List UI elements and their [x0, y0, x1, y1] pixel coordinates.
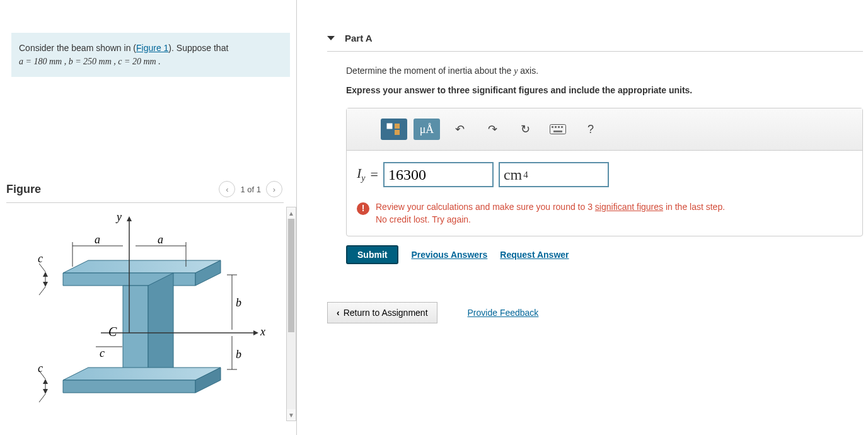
- svg-marker-35: [43, 389, 48, 394]
- figure-prev-button[interactable]: ‹: [219, 181, 235, 197]
- svg-rect-48: [561, 126, 563, 128]
- redo-icon[interactable]: ↷: [479, 119, 506, 140]
- svg-rect-49: [553, 130, 562, 132]
- svg-marker-34: [43, 379, 48, 384]
- instruction-text: Express your answer to three significant…: [346, 85, 863, 95]
- svg-text:a: a: [95, 233, 100, 246]
- alert-icon: !: [357, 202, 369, 215]
- figure-scrollbar[interactable]: ▲ ▼: [286, 207, 296, 421]
- svg-text:c: c: [38, 252, 43, 265]
- svg-rect-42: [395, 124, 400, 129]
- undo-icon[interactable]: ↶: [446, 119, 473, 140]
- answer-row: Iy = cm4: [347, 151, 862, 199]
- svg-text:c: c: [38, 362, 43, 374]
- svg-marker-4: [148, 273, 173, 380]
- keyboard-icon[interactable]: [545, 119, 571, 140]
- template-icon[interactable]: [381, 119, 407, 140]
- svg-text:x: x: [260, 325, 265, 338]
- svg-text:b: b: [236, 348, 241, 361]
- figure-area: a a y x C b b c: [6, 207, 296, 421]
- reset-icon[interactable]: ↻: [512, 119, 538, 140]
- value-input[interactable]: [383, 162, 494, 187]
- svg-marker-11: [253, 330, 258, 335]
- previous-answers-link[interactable]: Previous Answers: [411, 250, 487, 260]
- provide-feedback-link[interactable]: Provide Feedback: [468, 308, 539, 318]
- part-title: Part A: [345, 33, 373, 44]
- figure-pager: ‹ 1 of 1 ›: [219, 181, 282, 197]
- chevron-left-icon: ‹: [337, 308, 340, 318]
- svg-marker-28: [43, 272, 48, 277]
- problem-statement: Consider the beam shown in (Figure 1). S…: [11, 33, 290, 77]
- figure-link[interactable]: Figure 1: [136, 43, 168, 53]
- unit-input[interactable]: cm4: [499, 162, 609, 187]
- units-icon[interactable]: μÅ: [414, 119, 440, 140]
- bottom-row: ‹ Return to Assignment Provide Feedback: [327, 302, 863, 323]
- answer-symbol: Iy: [357, 165, 366, 183]
- help-icon[interactable]: ?: [577, 119, 604, 140]
- svg-text:C: C: [108, 325, 117, 339]
- svg-marker-6: [63, 380, 195, 393]
- svg-rect-43: [395, 130, 400, 135]
- right-panel: Part A Determine the moment of inertia a…: [297, 0, 868, 435]
- submit-row: Submit Previous Answers Request Answer: [346, 245, 863, 264]
- svg-marker-9: [127, 216, 132, 221]
- scroll-down-icon[interactable]: ▼: [287, 409, 296, 420]
- left-panel: Consider the beam shown in (Figure 1). S…: [0, 0, 297, 435]
- question-text: Determine the moment of inertia about th…: [346, 66, 863, 76]
- problem-text: Consider the beam shown in (: [19, 43, 136, 53]
- ibeam-figure: a a y x C b b c: [6, 207, 284, 421]
- return-button[interactable]: ‹ Return to Assignment: [327, 302, 437, 323]
- figure-title: Figure: [6, 183, 41, 196]
- svg-marker-29: [43, 282, 48, 287]
- svg-marker-0: [63, 260, 221, 273]
- divider: [6, 202, 284, 203]
- svg-rect-41: [387, 124, 392, 129]
- scroll-up-icon[interactable]: ▲: [287, 207, 296, 219]
- answer-toolbar: μÅ ↶ ↷ ↻ ?: [347, 108, 862, 151]
- svg-text:b: b: [236, 296, 241, 309]
- figure-header: Figure ‹ 1 of 1 ›: [6, 181, 282, 197]
- problem-params: a = 180 mm , b = 250 mm , c = 20 mm .: [19, 57, 161, 66]
- svg-rect-46: [555, 126, 557, 128]
- figure-next-button[interactable]: ›: [266, 181, 282, 197]
- scroll-thumb[interactable]: [288, 219, 294, 332]
- feedback-text: Review your calculations and make sure y…: [376, 201, 725, 226]
- svg-text:y: y: [115, 211, 122, 223]
- problem-tail: ). Suppose that: [168, 43, 228, 53]
- part-header[interactable]: Part A: [327, 25, 863, 52]
- svg-line-31: [39, 287, 45, 295]
- answer-box: μÅ ↶ ↷ ↻ ? Iy = cm4 ! Review your calcul…: [346, 108, 863, 236]
- request-answer-link[interactable]: Request Answer: [500, 250, 569, 260]
- equals-sign: =: [371, 166, 378, 183]
- svg-rect-47: [558, 126, 560, 128]
- caret-down-icon: [327, 36, 335, 40]
- svg-text:c: c: [100, 347, 105, 359]
- figure-page-label: 1 of 1: [240, 185, 261, 194]
- svg-marker-5: [63, 368, 221, 380]
- svg-rect-44: [550, 125, 566, 134]
- svg-text:a: a: [158, 233, 163, 246]
- submit-button[interactable]: Submit: [346, 245, 398, 264]
- svg-rect-45: [552, 126, 553, 128]
- feedback-row: ! Review your calculations and make sure…: [347, 199, 862, 236]
- svg-line-37: [39, 394, 45, 402]
